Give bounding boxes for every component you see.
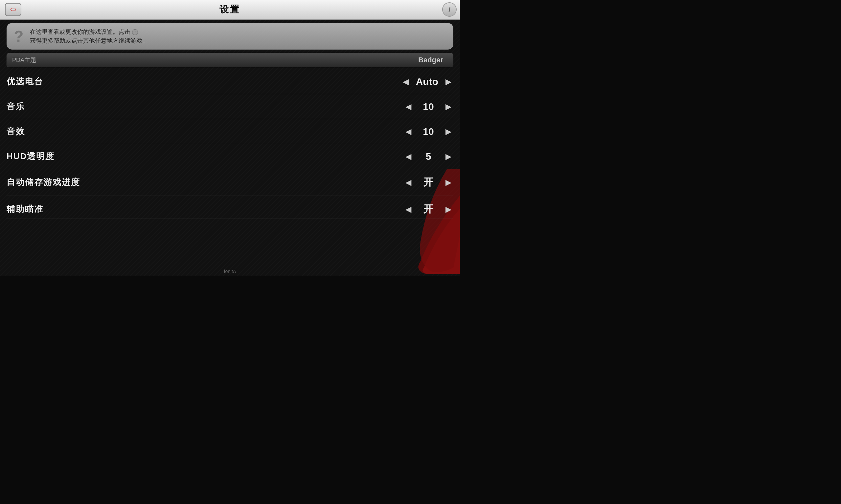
- setting-row-radio: 优选电台 ◀ Auto ▶: [6, 69, 453, 94]
- hud-value: 5: [418, 151, 438, 162]
- setting-label-music: 音乐: [6, 101, 25, 112]
- setting-label-radio: 优选电台: [6, 76, 44, 87]
- setting-label-sfx: 音效: [6, 126, 25, 137]
- header-bar: ⇦ 设置 i: [0, 0, 460, 20]
- radio-value: Auto: [416, 76, 438, 87]
- back-button[interactable]: ⇦: [3, 2, 23, 17]
- setting-label-hud: HUD透明度: [6, 150, 54, 162]
- sfx-value: 10: [418, 126, 438, 137]
- hud-right-arrow[interactable]: ▶: [444, 152, 453, 161]
- bottom-hint-text: fon tA: [224, 269, 236, 274]
- autosave-right-arrow[interactable]: ▶: [444, 178, 453, 187]
- sfx-left-arrow[interactable]: ◀: [404, 127, 413, 136]
- setting-row-aim: 辅助瞄准 ◀ 开 ▶: [6, 196, 453, 219]
- setting-control-autosave: ◀ 开 ▶: [404, 176, 453, 189]
- settings-list: 优选电台 ◀ Auto ▶ 音乐 ◀ 10 ▶ 音效 ◀ 10 ▶ HUD透明度…: [6, 69, 453, 219]
- aim-left-arrow[interactable]: ◀: [404, 205, 413, 214]
- autosave-value: 开: [418, 176, 438, 189]
- setting-row-music: 音乐 ◀ 10 ▶: [6, 94, 453, 119]
- info-icon: i: [448, 6, 450, 14]
- pda-theme-value: Badger: [418, 56, 443, 64]
- pda-theme-label: PDA主题: [12, 56, 36, 64]
- setting-row-autosave: 自动储存游戏进度 ◀ 开 ▶: [6, 169, 453, 196]
- music-left-arrow[interactable]: ◀: [404, 102, 413, 111]
- setting-control-sfx: ◀ 10 ▶: [404, 126, 453, 137]
- help-box: ? 在这里查看或更改你的游戏设置。点击 i 获得更多帮助或点击其他任意地方继续游…: [6, 23, 453, 50]
- back-arrow-icon: ⇦: [5, 3, 21, 16]
- radio-left-arrow[interactable]: ◀: [401, 77, 411, 86]
- music-value: 10: [418, 101, 438, 112]
- music-right-arrow[interactable]: ▶: [444, 102, 453, 111]
- setting-row-sfx: 音效 ◀ 10 ▶: [6, 119, 453, 144]
- hud-left-arrow[interactable]: ◀: [404, 152, 413, 161]
- info-button[interactable]: i: [442, 2, 457, 17]
- sfx-right-arrow[interactable]: ▶: [444, 127, 453, 136]
- setting-control-hud: ◀ 5 ▶: [404, 151, 453, 162]
- pda-theme-bar[interactable]: PDA主题 Badger: [6, 53, 453, 67]
- aim-value: 开: [418, 202, 438, 216]
- setting-control-music: ◀ 10 ▶: [404, 101, 453, 112]
- page-title: 设置: [220, 3, 240, 16]
- help-line2: 获得更多帮助或点击其他任意地方继续游戏。: [30, 37, 148, 44]
- setting-control-radio: ◀ Auto ▶: [401, 76, 453, 87]
- setting-row-hud: HUD透明度 ◀ 5 ▶: [6, 144, 453, 169]
- bottom-hint: fon tA: [0, 269, 460, 274]
- setting-label-autosave: 自动储存游戏进度: [6, 177, 80, 188]
- setting-control-aim: ◀ 开 ▶: [404, 202, 453, 216]
- help-text: 在这里查看或更改你的游戏设置。点击 i 获得更多帮助或点击其他任意地方继续游戏。: [30, 28, 448, 45]
- question-mark-icon: ?: [12, 27, 25, 45]
- setting-label-aim: 辅助瞄准: [6, 203, 44, 215]
- autosave-left-arrow[interactable]: ◀: [404, 178, 413, 187]
- help-line1: 在这里查看或更改你的游戏设置。点击 i: [30, 29, 138, 35]
- aim-right-arrow[interactable]: ▶: [444, 205, 453, 214]
- radio-right-arrow[interactable]: ▶: [444, 77, 453, 86]
